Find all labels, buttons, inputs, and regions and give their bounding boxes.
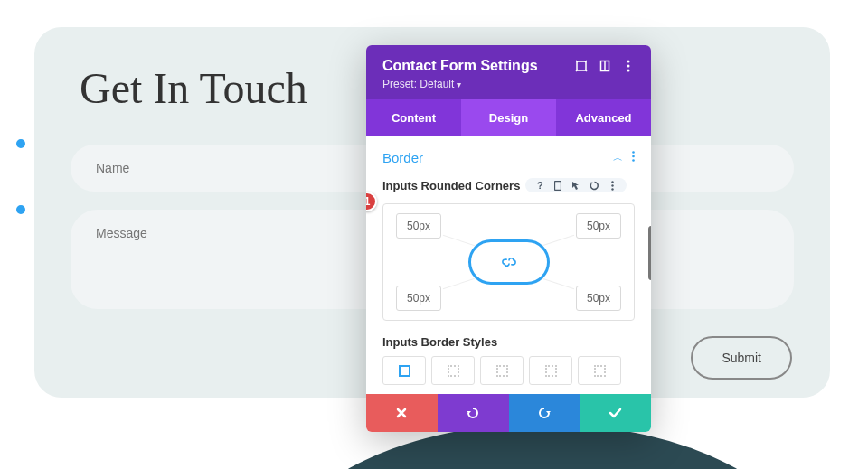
svg-point-3 (627, 61, 630, 63)
border-style-solid[interactable] (382, 356, 426, 385)
corner-top-left[interactable] (396, 213, 441, 239)
more-icon[interactable] (622, 60, 635, 72)
collapse-icon[interactable]: ︿ (613, 151, 623, 164)
svg-point-7 (632, 155, 635, 158)
border-style-5[interactable] (578, 356, 621, 385)
option-toolbar: ? (525, 178, 627, 192)
panel-footer (366, 394, 651, 432)
tab-advanced[interactable]: Advanced (556, 99, 651, 136)
svg-point-6 (632, 151, 635, 154)
corner-bottom-left[interactable] (396, 286, 441, 311)
reset-icon[interactable] (589, 180, 599, 191)
panel-tabs: Content Design Advanced (366, 99, 651, 136)
tab-content[interactable]: Content (366, 99, 461, 136)
connector (443, 235, 477, 247)
corner-top-right[interactable] (576, 213, 621, 239)
preset-selector[interactable]: Preset: Default (382, 78, 635, 90)
scrollbar[interactable] (648, 226, 651, 280)
border-style-3[interactable] (480, 356, 524, 385)
svg-point-5 (627, 70, 630, 72)
svg-rect-9 (555, 181, 561, 190)
undo-button[interactable] (438, 394, 509, 432)
edit-marker-name[interactable] (14, 137, 27, 150)
settings-panel: Contact Form Settings Preset: Default Co… (366, 45, 651, 432)
tab-design[interactable]: Design (461, 99, 556, 136)
cancel-button[interactable] (366, 394, 438, 432)
border-styles-label: Inputs Border Styles (382, 335, 635, 349)
svg-point-4 (627, 65, 630, 68)
border-style-4[interactable] (529, 356, 572, 385)
svg-point-11 (611, 184, 613, 186)
redo-button[interactable] (509, 394, 580, 432)
border-style-2[interactable] (431, 356, 475, 385)
link-corners-toggle[interactable] (468, 239, 550, 285)
hover-icon[interactable] (571, 180, 581, 191)
section-title: Border (382, 150, 423, 165)
option-label: Inputs Rounded Corners (382, 179, 520, 192)
svg-point-8 (632, 159, 635, 162)
option-more-icon[interactable] (607, 180, 618, 191)
save-button[interactable] (580, 394, 651, 432)
border-styles (382, 356, 635, 385)
link-icon (502, 255, 516, 269)
rounded-corners-box (382, 203, 635, 321)
phone-icon[interactable] (552, 180, 563, 191)
svg-point-10 (611, 181, 613, 183)
help-icon[interactable]: ? (534, 180, 545, 191)
section-more-icon[interactable] (632, 149, 635, 165)
edit-marker-message[interactable] (14, 203, 27, 216)
panel-header: Contact Form Settings Preset: Default (366, 45, 651, 99)
svg-rect-0 (577, 61, 586, 70)
connector (540, 277, 574, 289)
panel-title: Contact Form Settings (382, 58, 538, 74)
svg-point-12 (611, 188, 613, 190)
connector (443, 277, 477, 289)
submit-button[interactable]: Submit (691, 336, 792, 380)
expand-icon[interactable] (575, 60, 588, 72)
drag-panel-icon[interactable] (599, 60, 611, 72)
connector (540, 235, 574, 247)
corner-bottom-right[interactable] (576, 286, 621, 311)
